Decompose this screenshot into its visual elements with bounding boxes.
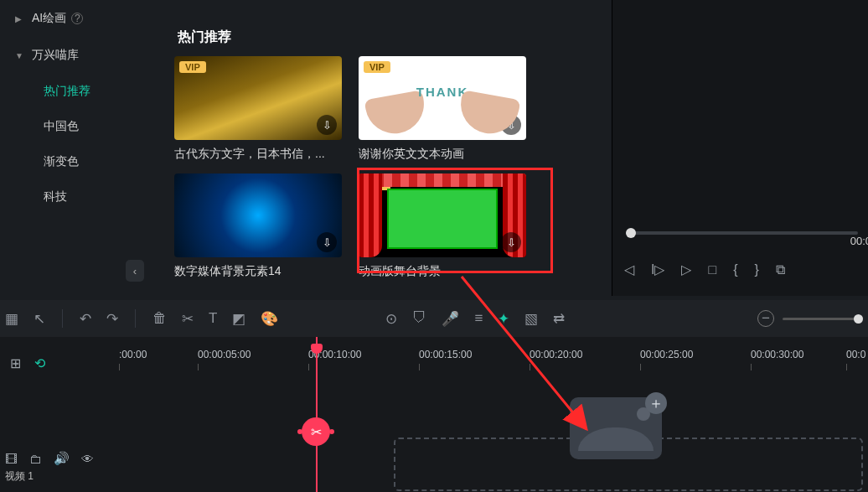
vip-badge: VIP [179,61,206,73]
collapse-sidebar-button[interactable]: ‹ [126,260,144,282]
undo-button[interactable]: ↶ [80,310,91,328]
download-icon[interactable]: ⇩ [501,232,521,252]
ruler-tick: :00:00 [119,349,147,360]
cursor-tool-button[interactable]: ↖ [34,310,45,328]
card-caption: 数字媒体背景元素14 [174,264,342,279]
sidebar-item-ai-paint[interactable]: ▶ AI绘画 ? [0,0,156,37]
sidebar-item-label: AI绘画 [32,11,66,26]
download-icon[interactable]: ⇩ [317,115,337,135]
sidebar-sub-label: 热门推荐 [44,84,90,99]
split-button[interactable]: ✂ [182,310,194,328]
sidebar-sub-grad[interactable]: 渐变色 [0,144,156,179]
ruler-tick: 00:00:20:00 [530,349,582,360]
play-button[interactable]: ▷ [681,262,691,277]
sidebar-sub-hot[interactable]: 热门推荐 [0,74,156,109]
ai-button[interactable]: ✦ [498,310,509,328]
link-button[interactable]: ⟲ [34,355,45,371]
mark-in-button[interactable]: { [733,262,737,277]
gallery-panel: 热门推荐 VIP ⇩ 古代东方文字，日本书信，... VIP THANK ⇩ 谢… [166,0,612,296]
gallery-card[interactable]: ⇩ 数字媒体背景元素14 [174,173,342,291]
mute-icon[interactable]: 🔊 [54,451,70,466]
add-media-button[interactable]: ＋ [645,392,667,414]
effect-button[interactable]: ⊙ [385,310,397,328]
frame-view-button[interactable]: ⧉ [776,262,785,277]
film-icon[interactable]: 🎞 [5,452,18,466]
next-frame-button[interactable]: I▷ [651,262,664,277]
gallery-card[interactable]: VIP ⇩ 动画版舞台背景 [359,173,526,291]
card-caption: 谢谢你英文文本动画 [359,147,526,162]
ruler-tick: 00:00:15:00 [419,349,472,360]
ruler-tick: 00:00:05:00 [198,349,251,360]
visibility-icon[interactable]: 👁 [81,452,94,466]
swap-button[interactable]: ⇄ [553,310,565,328]
card-caption: 动画版舞台背景 [359,264,526,279]
cut-button[interactable]: ✂ [302,417,330,446]
time-ruler[interactable]: :00:00 00:00:05:00 00:00:10:00 00:00:15:… [109,349,868,374]
sidebar-sub-label: 中国色 [44,119,79,134]
redo-button[interactable]: ↷ [106,310,118,328]
shield-button[interactable]: ⛉ [412,310,426,327]
thumbnail[interactable]: ⇩ [174,173,342,257]
timeline-left-buttons: ⊞ ⟲ [10,355,45,371]
prev-frame-button[interactable]: ◁ [624,262,634,277]
voiceover-button[interactable]: 🎤 [442,310,459,328]
properties-button[interactable]: ≡ [474,310,483,327]
color-button[interactable]: 🎨 [261,310,278,328]
preview-controls: ◁ I▷ ▷ □ { } ⧉ [624,262,860,277]
separator [135,309,136,328]
ruler-tick: 00:00:25:00 [640,349,693,360]
ruler-tick: 00:00:30:00 [751,349,803,360]
crop-button[interactable]: ◩ [232,310,245,328]
preview-time: 00:0 [850,235,868,247]
help-icon[interactable]: ? [71,13,83,24]
sidebar: ▶ AI绘画 ? ▼ 万兴喵库 热门推荐 中国色 渐变色 科技 ‹ [0,0,156,296]
preview-panel: 00:0 ◁ I▷ ▷ □ { } ⧉ [612,0,868,296]
text-tool-button[interactable]: T [209,310,217,327]
vip-badge: VIP [364,61,390,73]
thumbnail[interactable]: VIP ⇩ [174,56,342,140]
slider-thumb[interactable] [626,228,636,238]
decor [359,173,382,257]
thumbnail[interactable]: VIP THANK ⇩ [359,56,526,140]
thumbnail[interactable]: VIP ⇩ [359,173,526,257]
sidebar-sub-tech[interactable]: 科技 [0,179,156,215]
greenscreen [387,189,498,249]
mark-out-button[interactable]: } [754,262,758,277]
download-icon[interactable]: ⇩ [501,115,521,135]
zoom-slider[interactable] [783,318,863,320]
folder-icon[interactable]: 🗀 [29,452,42,466]
ruler-tick: 00:0 [846,349,865,360]
sidebar-sub-label: 渐变色 [44,154,79,169]
thumb-text: THANK [359,85,526,99]
grid-icon[interactable]: ▦ [5,310,18,328]
card-caption: 古代东方文字，日本书信，... [174,147,342,162]
gallery-card[interactable]: VIP THANK ⇩ 谢谢你英文文本动画 [359,56,526,173]
chevron-right-icon: ▶ [15,14,23,23]
delete-button[interactable]: 🗑 [152,310,167,327]
track-header: 🎞 🗀 🔊 👁 [5,451,94,466]
screen-button[interactable]: ▧ [524,310,538,328]
chevron-down-icon: ▼ [15,51,23,60]
track-label: 视频 1 [5,469,34,484]
decor [359,173,526,187]
gallery-card[interactable]: VIP ⇩ 古代东方文字，日本书信，... [174,56,342,173]
media-button[interactable]: ⊞ [10,355,21,371]
separator [62,309,63,328]
sidebar-sub-china[interactable]: 中国色 [0,109,156,144]
sidebar-item-label: 万兴喵库 [32,48,79,63]
stop-button[interactable]: □ [708,262,716,277]
timeline-panel: ⊞ ⟲ :00:00 00:00:05:00 00:00:10:00 00:00… [0,337,868,492]
sidebar-item-library[interactable]: ▼ 万兴喵库 [0,37,156,74]
gallery-title: 热门推荐 [178,28,603,46]
zoom-out-button[interactable]: − [757,310,774,327]
download-icon[interactable]: ⇩ [317,232,337,252]
timeline-toolbar: ▦ ↖ ↶ ↷ 🗑 ✂ T ◩ 🎨 ⊙ ⛉ 🎤 ≡ ✦ ▧ ⇄ − [0,300,868,337]
zoom-control: − [757,310,863,327]
decor [578,427,654,451]
playhead[interactable] [316,337,318,492]
sidebar-sub-label: 科技 [44,189,67,205]
media-placeholder[interactable]: ＋ [570,397,662,459]
preview-slider[interactable] [626,231,858,235]
